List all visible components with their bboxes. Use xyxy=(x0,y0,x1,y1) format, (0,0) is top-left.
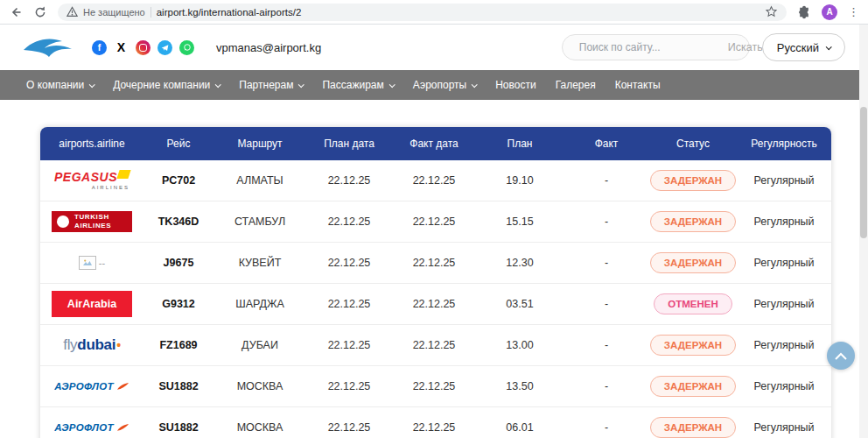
status-badge: ЗАДЕРЖАН xyxy=(650,211,736,232)
airline-logo-jazeera: -- xyxy=(40,256,144,270)
bookmark-star-icon[interactable] xyxy=(765,5,778,18)
plan-date: 22.12.25 xyxy=(306,380,392,392)
airport-logo-icon[interactable] xyxy=(23,35,74,60)
language-selector[interactable]: Русский xyxy=(762,33,845,61)
route: ШАРДЖА xyxy=(214,298,306,310)
contact-email[interactable]: vpmanas@airport.kg xyxy=(216,41,321,54)
chevron-down-icon xyxy=(388,81,395,88)
fact-time: - xyxy=(564,380,649,392)
fact-date: 22.12.25 xyxy=(392,298,476,310)
airline-logo-aeroflot: АЭРОФЛОТ xyxy=(40,422,144,433)
page-scrollbar xyxy=(859,25,868,438)
plan-time: 12.30 xyxy=(476,257,564,269)
status-badge: ЗАДЕРЖАН xyxy=(650,417,736,438)
col-header-fact: Факт xyxy=(564,138,649,150)
plan-date: 22.12.25 xyxy=(306,215,392,228)
nav-item-partners[interactable]: Партнерам xyxy=(239,79,303,91)
nav-item-contacts[interactable]: Контакты xyxy=(615,79,661,91)
plan-time: 13.00 xyxy=(476,339,564,351)
not-secure-warning-icon xyxy=(66,6,78,18)
plan-time: 19.10 xyxy=(476,174,564,187)
status-badge: ЗАДЕРЖАН xyxy=(650,376,736,397)
nav-item-airports[interactable]: Аэропорты xyxy=(413,79,476,91)
nav-item-news[interactable]: Новости xyxy=(495,79,536,91)
pegasus-flag-icon xyxy=(116,170,130,179)
language-label: Русский xyxy=(777,41,819,54)
regularity: Регулярный xyxy=(737,380,831,392)
chevron-down-icon xyxy=(298,81,304,88)
nav-item-gallery[interactable]: Галерея xyxy=(556,79,596,91)
status-badge: ОТМЕНЕН xyxy=(654,293,732,314)
url-text: airport.kg/international-airports/2 xyxy=(157,7,760,18)
plan-time: 03.51 xyxy=(476,298,564,310)
social-links: f X xyxy=(92,40,194,55)
reload-icon[interactable] xyxy=(33,5,47,19)
nav-item-subsidiaries[interactable]: Дочерние компании xyxy=(113,79,220,91)
flight-number: TK346D xyxy=(144,215,214,228)
flight-number: PC702 xyxy=(144,174,214,187)
flight-number: SU1882 xyxy=(144,421,214,434)
regularity: Регулярный xyxy=(737,421,831,434)
chevron-up-icon xyxy=(835,352,847,360)
scroll-to-top-button[interactable] xyxy=(827,342,855,370)
fact-date: 22.12.25 xyxy=(392,421,476,434)
flight-number: FZ1689 xyxy=(144,339,214,351)
status-badge: ЗАДЕРЖАН xyxy=(650,170,736,191)
facebook-icon[interactable]: f xyxy=(92,40,107,55)
flight-number: G9312 xyxy=(144,298,214,310)
airline-logo-aeroflot: АЭРОФЛОТ xyxy=(40,381,144,392)
search-input[interactable] xyxy=(579,41,715,53)
whatsapp-icon[interactable] xyxy=(179,40,194,55)
browser-menu-icon[interactable]: ⋮ xyxy=(848,6,859,18)
nav-item-passengers[interactable]: Пассажирам xyxy=(322,79,393,91)
plan-time: 15.15 xyxy=(476,215,564,228)
plan-date: 22.12.25 xyxy=(306,298,392,310)
aeroflot-wing-icon xyxy=(116,382,130,391)
status-badge: ЗАДЕРЖАН xyxy=(650,252,736,273)
search-submit-button[interactable]: Искать xyxy=(721,41,763,53)
extensions-icon[interactable] xyxy=(797,5,811,19)
table-row: АЭРОФЛОТ SU1882 МОСКВА 22.12.25 22.12.25… xyxy=(40,407,831,438)
fact-date: 22.12.25 xyxy=(392,215,476,228)
back-icon[interactable] xyxy=(9,5,23,19)
fact-time: - xyxy=(564,339,649,351)
col-header-regularity: Регулярность xyxy=(737,138,831,150)
col-header-plan-date: План дата xyxy=(306,138,392,150)
browser-profile-avatar[interactable]: A xyxy=(822,4,837,20)
instagram-icon[interactable] xyxy=(136,40,150,55)
fact-date: 22.12.25 xyxy=(392,174,476,187)
regularity: Регулярный xyxy=(737,298,831,310)
col-header-fact-date: Факт дата xyxy=(392,138,476,150)
col-header-plan: План xyxy=(476,138,564,150)
site-search: Искать xyxy=(562,34,750,60)
address-bar[interactable]: Не защищено airport.kg/international-air… xyxy=(58,4,787,21)
plan-time: 13.50 xyxy=(476,380,564,392)
nav-item-company[interactable]: О компании xyxy=(26,79,94,91)
chevron-down-icon xyxy=(826,44,832,50)
chevron-down-icon xyxy=(89,81,95,88)
aeroflot-wing-icon xyxy=(116,423,130,432)
route: КУВЕЙТ xyxy=(214,257,306,269)
fact-date: 22.12.25 xyxy=(392,257,476,269)
omnibox-divider xyxy=(150,7,151,18)
x-twitter-icon[interactable]: X xyxy=(114,40,129,55)
airline-logo-flydubai: flydubai• xyxy=(40,336,144,354)
turkish-emblem-icon xyxy=(57,215,69,228)
plan-date: 22.12.25 xyxy=(306,421,392,434)
browser-toolbar: Не защищено airport.kg/international-air… xyxy=(0,0,868,25)
regularity: Регулярный xyxy=(737,257,831,269)
plan-date: 22.12.25 xyxy=(306,339,392,351)
route: МОСКВА xyxy=(214,380,306,392)
status-badge: ЗАДЕРЖАН xyxy=(650,335,736,356)
regularity: Регулярный xyxy=(737,339,831,351)
telegram-icon[interactable] xyxy=(158,40,172,55)
route: СТАМБУЛ xyxy=(214,215,306,228)
scrollbar-thumb[interactable] xyxy=(860,107,867,238)
chevron-down-icon xyxy=(472,81,478,88)
route: ДУБАИ xyxy=(214,339,306,351)
fact-time: - xyxy=(564,215,649,228)
flight-number: J9675 xyxy=(144,257,214,269)
site-header: f X vpmanas@airport.kg Искать Русский xyxy=(0,25,868,70)
table-row: flydubai• FZ1689 ДУБАИ 22.12.25 22.12.25… xyxy=(40,325,831,366)
regularity: Регулярный xyxy=(737,174,831,187)
